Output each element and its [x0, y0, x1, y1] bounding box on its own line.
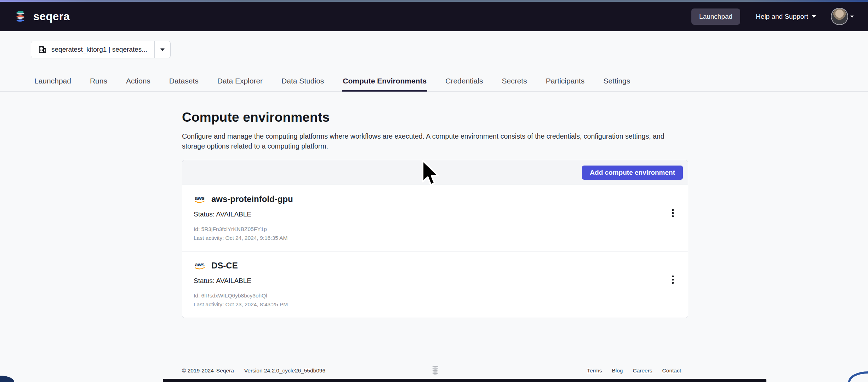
workspace-selector[interactable]: seqeratest_kitorg1 | seqerates...: [31, 41, 171, 58]
contact-link[interactable]: Contact: [662, 367, 681, 374]
workspace-selector-caret[interactable]: [154, 41, 170, 58]
brand-name: seqera: [33, 10, 70, 23]
background-window-edge: [163, 379, 766, 382]
tab-participants[interactable]: Participants: [545, 74, 586, 92]
page-footer: © 2019-2024 Seqera Version 24.2.0_cycle2…: [182, 364, 688, 377]
chevron-down-icon: [812, 15, 816, 18]
top-navbar: seqera Launchpad Help and Support: [0, 2, 868, 31]
workspace-tabs: Launchpad Runs Actions Datasets Data Exp…: [0, 74, 868, 92]
seqera-footer-link[interactable]: Seqera: [216, 367, 234, 374]
tab-runs[interactable]: Runs: [89, 74, 108, 92]
tab-datasets[interactable]: Datasets: [169, 74, 199, 92]
page-title: Compute environments: [182, 110, 868, 125]
aws-icon: aws: [194, 195, 206, 203]
tab-data-explorer[interactable]: Data Explorer: [217, 74, 263, 92]
compute-environment-card: aws aws-proteinfold-gpu Status: AVAILABL…: [182, 185, 688, 251]
launchpad-button[interactable]: Launchpad: [691, 8, 740, 25]
copyright-text: © 2019-2024: [182, 367, 214, 374]
tab-actions[interactable]: Actions: [125, 74, 151, 92]
background-corner-decoration: [0, 376, 14, 382]
compute-environments-panel: Add compute environment aws aws-proteinf…: [182, 160, 688, 318]
tab-launchpad[interactable]: Launchpad: [34, 74, 72, 92]
compute-environment-name[interactable]: DS-CE: [211, 261, 238, 271]
compute-environment-last-activity: Last activity: Oct 23, 2024, 8:43:25 PM: [194, 301, 667, 308]
background-corner-decoration: [848, 371, 868, 382]
compute-environment-id: Id: 6lRsdxWILQ6yb8bcy3ohQl: [194, 293, 667, 299]
tab-data-studios[interactable]: Data Studios: [281, 74, 325, 92]
seqera-mark-icon: [431, 365, 439, 377]
user-menu[interactable]: [832, 8, 854, 24]
compute-environment-name[interactable]: aws-proteinfold-gpu: [211, 194, 293, 204]
help-and-support-label: Help and Support: [756, 13, 808, 21]
kebab-menu-icon[interactable]: [668, 273, 677, 285]
blog-link[interactable]: Blog: [612, 367, 623, 374]
tab-credentials[interactable]: Credentials: [445, 74, 484, 92]
tab-secrets[interactable]: Secrets: [501, 74, 527, 92]
tab-compute-environments[interactable]: Compute Environments: [342, 74, 427, 92]
compute-environment-status: Status: AVAILABLE: [194, 210, 667, 218]
version-text: Version 24.2.0_cycle26_55db096: [244, 367, 325, 374]
page-description: Configure and manage the computing platf…: [182, 131, 687, 151]
avatar: [832, 8, 847, 24]
seqera-logo-icon: [13, 9, 28, 24]
help-and-support-menu[interactable]: Help and Support: [756, 13, 816, 21]
compute-environment-card: aws DS-CE Status: AVAILABLE Id: 6lRsdxWI…: [182, 251, 688, 318]
chevron-down-icon: [850, 16, 854, 18]
seqera-brand[interactable]: seqera: [13, 9, 70, 24]
aws-icon: aws: [194, 262, 206, 270]
terms-link[interactable]: Terms: [587, 367, 602, 374]
compute-environments-toolbar: Add compute environment: [182, 160, 688, 185]
organization-icon: [38, 45, 47, 54]
kebab-menu-icon[interactable]: [668, 207, 677, 219]
compute-environment-status: Status: AVAILABLE: [194, 277, 667, 285]
compute-environment-id: Id: 5R3jFn3fclYrKNBZ05FY1p: [194, 226, 667, 232]
add-compute-environment-button[interactable]: Add compute environment: [582, 166, 683, 180]
tab-settings[interactable]: Settings: [603, 74, 631, 92]
workspace-selector-value: seqeratest_kitorg1 | seqerates...: [51, 46, 147, 53]
chevron-down-icon: [160, 48, 165, 51]
compute-environment-last-activity: Last activity: Oct 24, 2024, 9:16:35 AM: [194, 235, 667, 241]
careers-link[interactable]: Careers: [633, 367, 652, 374]
